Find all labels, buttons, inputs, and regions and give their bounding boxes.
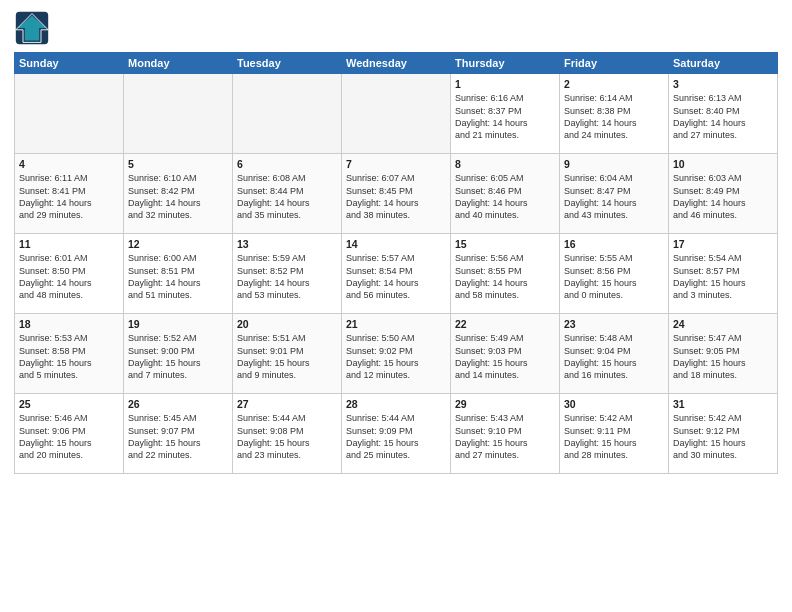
calendar-cell: 10Sunrise: 6:03 AM Sunset: 8:49 PM Dayli… (669, 154, 778, 234)
weekday-header-row: SundayMondayTuesdayWednesdayThursdayFrid… (15, 53, 778, 74)
calendar-cell: 2Sunrise: 6:14 AM Sunset: 8:38 PM Daylig… (560, 74, 669, 154)
day-number: 12 (128, 237, 228, 251)
day-info: Sunrise: 6:10 AM Sunset: 8:42 PM Dayligh… (128, 173, 201, 220)
day-number: 10 (673, 157, 773, 171)
weekday-header-monday: Monday (124, 53, 233, 74)
day-info: Sunrise: 5:54 AM Sunset: 8:57 PM Dayligh… (673, 253, 746, 300)
day-number: 29 (455, 397, 555, 411)
day-info: Sunrise: 5:59 AM Sunset: 8:52 PM Dayligh… (237, 253, 310, 300)
day-info: Sunrise: 5:57 AM Sunset: 8:54 PM Dayligh… (346, 253, 419, 300)
day-info: Sunrise: 5:56 AM Sunset: 8:55 PM Dayligh… (455, 253, 528, 300)
weekday-header-saturday: Saturday (669, 53, 778, 74)
calendar-cell: 25Sunrise: 5:46 AM Sunset: 9:06 PM Dayli… (15, 394, 124, 474)
day-number: 30 (564, 397, 664, 411)
day-number: 20 (237, 317, 337, 331)
day-number: 9 (564, 157, 664, 171)
calendar-cell (342, 74, 451, 154)
day-number: 18 (19, 317, 119, 331)
calendar-cell (15, 74, 124, 154)
day-info: Sunrise: 6:13 AM Sunset: 8:40 PM Dayligh… (673, 93, 746, 140)
day-info: Sunrise: 5:50 AM Sunset: 9:02 PM Dayligh… (346, 333, 419, 380)
day-info: Sunrise: 5:42 AM Sunset: 9:12 PM Dayligh… (673, 413, 746, 460)
day-info: Sunrise: 5:44 AM Sunset: 9:08 PM Dayligh… (237, 413, 310, 460)
day-number: 27 (237, 397, 337, 411)
day-info: Sunrise: 6:16 AM Sunset: 8:37 PM Dayligh… (455, 93, 528, 140)
day-number: 13 (237, 237, 337, 251)
day-number: 11 (19, 237, 119, 251)
calendar-week-row: 1Sunrise: 6:16 AM Sunset: 8:37 PM Daylig… (15, 74, 778, 154)
day-number: 5 (128, 157, 228, 171)
calendar-week-row: 4Sunrise: 6:11 AM Sunset: 8:41 PM Daylig… (15, 154, 778, 234)
day-info: Sunrise: 6:08 AM Sunset: 8:44 PM Dayligh… (237, 173, 310, 220)
header (14, 10, 778, 46)
weekday-header-tuesday: Tuesday (233, 53, 342, 74)
day-number: 3 (673, 77, 773, 91)
calendar-cell: 23Sunrise: 5:48 AM Sunset: 9:04 PM Dayli… (560, 314, 669, 394)
day-number: 22 (455, 317, 555, 331)
day-number: 26 (128, 397, 228, 411)
day-info: Sunrise: 5:46 AM Sunset: 9:06 PM Dayligh… (19, 413, 92, 460)
calendar-cell: 11Sunrise: 6:01 AM Sunset: 8:50 PM Dayli… (15, 234, 124, 314)
logo-area (14, 10, 54, 46)
calendar-cell: 1Sunrise: 6:16 AM Sunset: 8:37 PM Daylig… (451, 74, 560, 154)
calendar-cell: 19Sunrise: 5:52 AM Sunset: 9:00 PM Dayli… (124, 314, 233, 394)
day-number: 1 (455, 77, 555, 91)
calendar-cell: 27Sunrise: 5:44 AM Sunset: 9:08 PM Dayli… (233, 394, 342, 474)
calendar-cell: 13Sunrise: 5:59 AM Sunset: 8:52 PM Dayli… (233, 234, 342, 314)
day-info: Sunrise: 5:53 AM Sunset: 8:58 PM Dayligh… (19, 333, 92, 380)
calendar-cell: 17Sunrise: 5:54 AM Sunset: 8:57 PM Dayli… (669, 234, 778, 314)
day-info: Sunrise: 6:11 AM Sunset: 8:41 PM Dayligh… (19, 173, 92, 220)
calendar-cell: 14Sunrise: 5:57 AM Sunset: 8:54 PM Dayli… (342, 234, 451, 314)
day-number: 23 (564, 317, 664, 331)
day-number: 7 (346, 157, 446, 171)
day-info: Sunrise: 5:44 AM Sunset: 9:09 PM Dayligh… (346, 413, 419, 460)
day-info: Sunrise: 5:42 AM Sunset: 9:11 PM Dayligh… (564, 413, 637, 460)
day-number: 19 (128, 317, 228, 331)
day-info: Sunrise: 5:45 AM Sunset: 9:07 PM Dayligh… (128, 413, 201, 460)
calendar-cell: 26Sunrise: 5:45 AM Sunset: 9:07 PM Dayli… (124, 394, 233, 474)
calendar-cell: 5Sunrise: 6:10 AM Sunset: 8:42 PM Daylig… (124, 154, 233, 234)
day-number: 25 (19, 397, 119, 411)
day-number: 15 (455, 237, 555, 251)
calendar-cell: 18Sunrise: 5:53 AM Sunset: 8:58 PM Dayli… (15, 314, 124, 394)
calendar-cell: 3Sunrise: 6:13 AM Sunset: 8:40 PM Daylig… (669, 74, 778, 154)
calendar-cell: 21Sunrise: 5:50 AM Sunset: 9:02 PM Dayli… (342, 314, 451, 394)
calendar-cell: 6Sunrise: 6:08 AM Sunset: 8:44 PM Daylig… (233, 154, 342, 234)
day-number: 8 (455, 157, 555, 171)
day-number: 4 (19, 157, 119, 171)
calendar-cell: 20Sunrise: 5:51 AM Sunset: 9:01 PM Dayli… (233, 314, 342, 394)
weekday-header-wednesday: Wednesday (342, 53, 451, 74)
day-number: 21 (346, 317, 446, 331)
calendar-cell: 7Sunrise: 6:07 AM Sunset: 8:45 PM Daylig… (342, 154, 451, 234)
day-number: 24 (673, 317, 773, 331)
calendar-cell (233, 74, 342, 154)
calendar-cell (124, 74, 233, 154)
calendar-cell: 24Sunrise: 5:47 AM Sunset: 9:05 PM Dayli… (669, 314, 778, 394)
calendar-cell: 8Sunrise: 6:05 AM Sunset: 8:46 PM Daylig… (451, 154, 560, 234)
calendar-cell: 15Sunrise: 5:56 AM Sunset: 8:55 PM Dayli… (451, 234, 560, 314)
day-info: Sunrise: 6:03 AM Sunset: 8:49 PM Dayligh… (673, 173, 746, 220)
day-info: Sunrise: 5:47 AM Sunset: 9:05 PM Dayligh… (673, 333, 746, 380)
day-number: 28 (346, 397, 446, 411)
day-number: 6 (237, 157, 337, 171)
calendar-week-row: 18Sunrise: 5:53 AM Sunset: 8:58 PM Dayli… (15, 314, 778, 394)
day-info: Sunrise: 6:01 AM Sunset: 8:50 PM Dayligh… (19, 253, 92, 300)
calendar-cell: 30Sunrise: 5:42 AM Sunset: 9:11 PM Dayli… (560, 394, 669, 474)
calendar-cell: 29Sunrise: 5:43 AM Sunset: 9:10 PM Dayli… (451, 394, 560, 474)
day-info: Sunrise: 6:05 AM Sunset: 8:46 PM Dayligh… (455, 173, 528, 220)
day-info: Sunrise: 5:51 AM Sunset: 9:01 PM Dayligh… (237, 333, 310, 380)
calendar-cell: 9Sunrise: 6:04 AM Sunset: 8:47 PM Daylig… (560, 154, 669, 234)
logo-icon (14, 10, 50, 46)
day-info: Sunrise: 6:14 AM Sunset: 8:38 PM Dayligh… (564, 93, 637, 140)
day-number: 16 (564, 237, 664, 251)
day-number: 2 (564, 77, 664, 91)
day-number: 31 (673, 397, 773, 411)
day-number: 14 (346, 237, 446, 251)
day-info: Sunrise: 5:55 AM Sunset: 8:56 PM Dayligh… (564, 253, 637, 300)
weekday-header-friday: Friday (560, 53, 669, 74)
day-info: Sunrise: 5:48 AM Sunset: 9:04 PM Dayligh… (564, 333, 637, 380)
weekday-header-thursday: Thursday (451, 53, 560, 74)
calendar-week-row: 11Sunrise: 6:01 AM Sunset: 8:50 PM Dayli… (15, 234, 778, 314)
day-info: Sunrise: 5:52 AM Sunset: 9:00 PM Dayligh… (128, 333, 201, 380)
calendar-cell: 16Sunrise: 5:55 AM Sunset: 8:56 PM Dayli… (560, 234, 669, 314)
